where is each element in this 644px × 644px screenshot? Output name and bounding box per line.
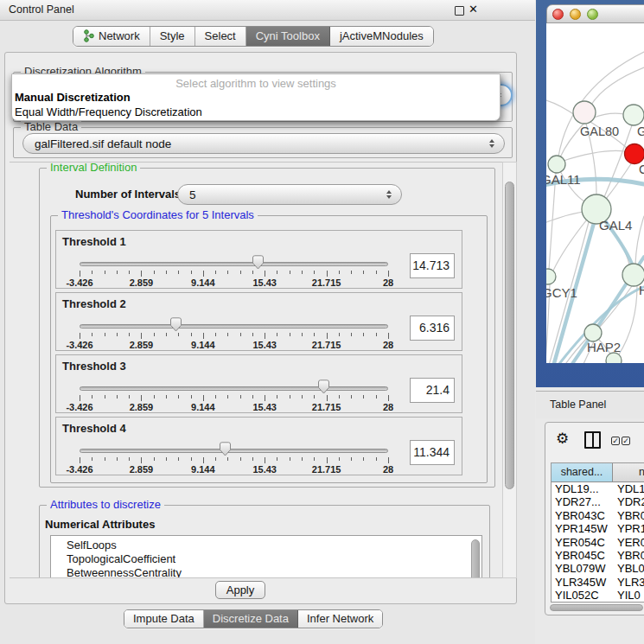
scale-label: -3.426 [66,464,92,475]
table-cell-shared-name[interactable]: YBL079W [555,562,606,575]
float-window-icon[interactable] [455,6,464,16]
table-cell-name[interactable]: YER0 [617,536,644,549]
slider-track[interactable] [80,262,388,266]
minimize-traffic-light[interactable] [570,9,581,20]
threshold-value-field[interactable]: 11.344 [410,440,455,465]
close-traffic-light[interactable] [552,9,564,20]
tab-select[interactable]: Select [195,27,246,46]
table-hscrollbar-thumb[interactable] [550,604,643,611]
threshold-slider[interactable]: -3.4262.8599.14415.4321.71528 [80,293,388,352]
table-cell-name[interactable]: YBL0 [617,562,644,575]
table-row[interactable]: YBR045CYBR0 [552,549,644,562]
network-node[interactable] [548,156,565,173]
table-cell-shared-name[interactable]: YER054C [555,536,605,549]
table-cell-name[interactable]: YLR3 [617,576,644,589]
network-node[interactable] [546,269,556,284]
network-node[interactable] [584,324,602,341]
tab-label: Infer Network [307,612,373,625]
columns-icon[interactable] [584,431,601,449]
scale-label: 2.859 [130,402,154,412]
popup-option-manual-discretization[interactable]: Manual Discretization [12,91,500,105]
slider-thumb[interactable] [218,441,233,457]
checkbox-icon[interactable]: ✓ [611,437,620,445]
threshold-slider[interactable]: -3.4262.8599.14415.4321.71528 [80,355,388,414]
column-header-name[interactable]: na [613,463,644,482]
network-node[interactable] [625,144,644,164]
popup-option-equal-width-frequency[interactable]: Equal Width/Frequency Discretization [12,105,500,120]
network-canvas[interactable]: GAL80GACYGAL11GAL4GCY1HAHAP2 [546,23,644,363]
checkbox-icon[interactable]: ✓ [622,437,630,445]
close-icon[interactable]: ✕ [469,3,478,16]
slider-thumb[interactable] [251,254,265,271]
threshold-slider[interactable]: -3.4262.8599.14415.4321.71528 [80,418,388,476]
table-cell-name[interactable]: YDR2 [617,495,644,508]
slider-track[interactable] [80,449,388,453]
tab-impute-data[interactable]: Impute Data [124,610,204,628]
attribute-list-item[interactable]: SelfLoops [51,536,481,552]
control-panel-titlebar: Control Panel ✕ [0,0,535,21]
table-cell-name[interactable]: YDL1 [617,482,644,495]
tab-network[interactable]: Network [73,27,150,46]
threshold-value-field[interactable]: 14.713 [410,253,455,278]
tick-mark [388,395,389,401]
network-node[interactable] [606,353,622,363]
table-cell-name[interactable]: YBR0 [617,509,644,522]
settings-scrollbar[interactable] [502,162,517,578]
slider-track[interactable] [80,324,388,328]
table-cell-shared-name[interactable]: YBR043C [555,509,605,522]
network-node[interactable] [573,101,596,124]
threshold-value-field[interactable]: 21.4 [410,378,455,403]
table-data-combo[interactable]: galFiltered.sif default node [22,133,505,154]
slider-thumb[interactable] [316,379,331,395]
threshold-value-field[interactable]: 6.316 [410,316,455,341]
table-row[interactable]: YDR27...YDR2 [552,495,644,508]
tick-mark [129,457,130,461]
table-row[interactable]: YLR345WYLR3 [552,576,644,589]
number-of-intervals-combo[interactable]: 5 [177,184,402,205]
table-hscrollbar[interactable] [548,603,644,612]
table-row[interactable]: YPR145WYPR1 [552,522,644,535]
table-cell-name[interactable]: YBR0 [617,549,644,562]
numerical-attributes-label: Numerical Attributes [45,518,155,531]
attribute-list-item[interactable]: BetweennessCentrality [51,566,481,578]
table-cell-shared-name[interactable]: YPR145W [555,522,608,535]
apply-button[interactable]: Apply [215,581,265,599]
table-row[interactable]: YIL052CYIL0 [552,589,644,602]
table-cell-shared-name[interactable]: YDL19... [555,482,599,495]
tick-mark [105,271,105,274]
slider-thumb[interactable] [169,316,183,333]
table-cell-shared-name[interactable]: YDR27... [555,495,601,508]
settings-scrollbar-thumb[interactable] [505,182,514,489]
table-cell-shared-name[interactable]: YIL052C [555,589,599,602]
tab-style[interactable]: Style [150,27,195,46]
network-window-titlebar[interactable] [546,4,644,23]
table-row[interactable]: YBR043CYBR0 [552,509,644,522]
tick-mark [203,333,204,339]
list-scrollbar-thumb[interactable] [471,539,480,578]
table-cell-shared-name[interactable]: YLR345W [555,576,606,589]
slider-ticks [80,333,388,340]
tick-mark [154,457,155,461]
tab-discretize-data[interactable]: Discretize Data [204,610,298,628]
column-header-shared-name[interactable]: shared... [552,463,613,482]
network-edge [564,150,625,161]
table-row[interactable]: YER054CYER0 [552,536,644,549]
zoom-traffic-light[interactable] [587,9,598,20]
slider-track[interactable] [80,386,388,391]
numerical-attributes-list[interactable]: SelfLoopsTopologicalCoefficientBetweenne… [50,535,482,578]
table-cell-name[interactable]: YPR1 [617,522,644,535]
tab-infer-network[interactable]: Infer Network [298,610,382,628]
attribute-list-item[interactable]: TopologicalCoefficient [51,552,481,566]
threshold-slider[interactable]: -3.4262.8599.14415.4321.71528 [80,231,388,290]
table-row[interactable]: YDL19...YDL1 [552,482,644,495]
table-cell-shared-name[interactable]: YBR045C [555,549,605,562]
tab-cyni-toolbox[interactable]: Cyni Toolbox [246,27,330,46]
table-cell-name[interactable]: YIL0 [617,589,641,602]
table-row[interactable]: YBL079WYBL0 [552,562,644,575]
tick-mark [351,271,352,274]
tab-jactivemnodules[interactable]: jActiveMNodules [330,27,433,46]
tick-mark [363,333,364,336]
network-node[interactable] [623,105,644,125]
gear-icon[interactable]: ⚙ [556,431,569,446]
tick-mark [327,395,328,401]
